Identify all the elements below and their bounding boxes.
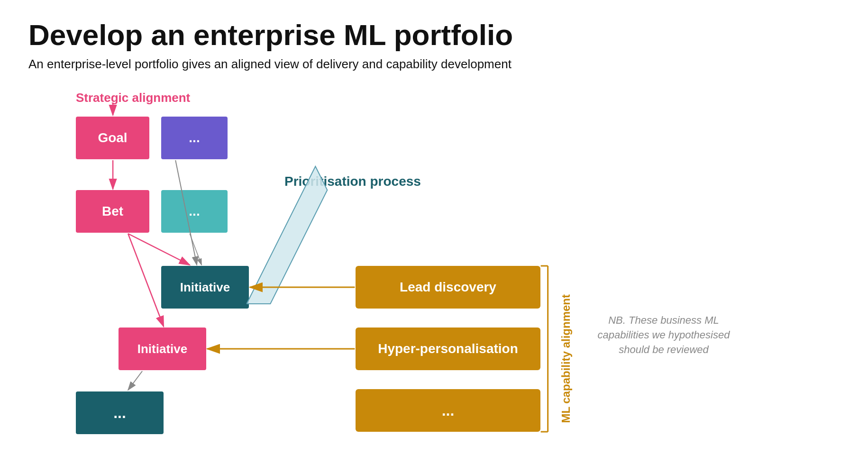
- subtitle: An enterprise-level portfolio gives an a…: [28, 57, 840, 72]
- svg-line-9: [128, 371, 142, 390]
- ellipsis-orange-box: ...: [356, 389, 540, 432]
- prioritisation-label: Prioritisation process: [284, 173, 421, 190]
- strategic-alignment-label: Strategic alignment: [76, 91, 190, 105]
- teal-ellipsis-box: ...: [161, 190, 228, 233]
- diagram-arrows: [28, 86, 840, 437]
- initiative-pink-box: Initiative: [119, 328, 206, 370]
- main-title: Develop an enterprise ML portfolio: [28, 19, 840, 51]
- svg-marker-11: [247, 190, 327, 304]
- ml-capability-label: ML capability alignment: [559, 294, 573, 423]
- lead-discovery-box: Lead discovery: [356, 266, 540, 309]
- initiative-dark-box: Initiative: [161, 266, 249, 309]
- page-container: Develop an enterprise ML portfolio An en…: [0, 0, 868, 464]
- purple-ellipsis-box: ...: [161, 117, 228, 159]
- diagram-area: Strategic alignment Goal ... Bet ... Ini…: [28, 86, 840, 437]
- svg-line-7: [128, 234, 190, 265]
- svg-line-10: [190, 234, 201, 265]
- nb-note: NB. These business ML capabilities we hy…: [597, 313, 730, 357]
- bet-box: Bet: [76, 190, 149, 233]
- ellipsis-dark-box: ...: [76, 391, 164, 434]
- svg-line-8: [128, 234, 164, 327]
- goal-box: Goal: [76, 117, 149, 159]
- hyper-personalisation-box: Hyper-personalisation: [356, 328, 540, 370]
